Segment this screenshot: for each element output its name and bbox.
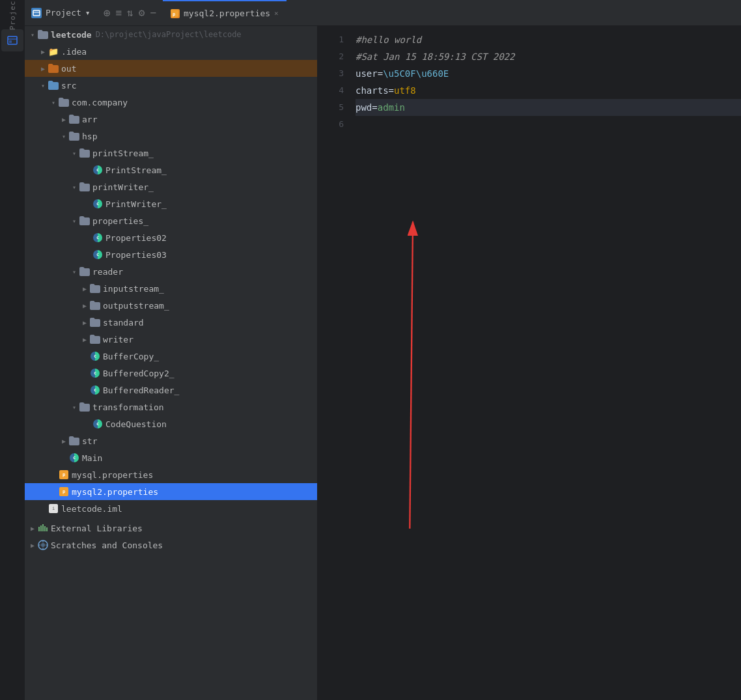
inputstream-folder-icon — [90, 283, 100, 294]
value-pwd: admin — [378, 102, 405, 113]
scratches-expand[interactable]: ▶ — [27, 542, 38, 549]
tree-item-outputstream[interactable]: ▶ outputstream_ — [25, 297, 317, 314]
out-expand-arrow[interactable]: ▶ — [38, 65, 48, 72]
idea-label: .idea — [61, 47, 87, 57]
tree-item-transformation[interactable]: ▾ transformation — [25, 399, 317, 415]
main-content: ▾ leetcode D:\project\javaProject\leetco… — [0, 26, 741, 700]
properties-expand[interactable]: ▾ — [69, 217, 79, 225]
iml-icon: i — [48, 503, 59, 514]
outputstream-expand[interactable]: ▶ — [79, 302, 90, 309]
expand-all-icon[interactable]: ⇅ — [127, 7, 133, 19]
idea-expand-arrow[interactable]: ▶ — [38, 48, 48, 55]
src-folder-icon — [48, 80, 59, 91]
printstream-class-label: PrintStream_ — [105, 165, 167, 175]
arr-expand[interactable]: ▶ — [59, 116, 69, 123]
properties-folder-icon — [79, 216, 90, 226]
tree-item-bufferedreader[interactable]: c BufferedReader_ — [25, 382, 317, 399]
titlebar: Project Project ▾ ⊕ ≡ ⇅ ⚙ − p mysql2.pro… — [0, 0, 741, 26]
mysql-props-icon: p — [59, 469, 69, 480]
transformation-expand[interactable]: ▾ — [69, 404, 79, 411]
writer-label: writer — [103, 335, 133, 344]
code-line-5: pwd=admin — [356, 99, 741, 116]
project-label: Project — [46, 8, 81, 18]
tree-item-bufferedcopy2[interactable]: c BufferedCopy2_ — [25, 365, 317, 382]
tree-item-out[interactable]: ▶ out — [25, 60, 317, 77]
writer-expand[interactable]: ▶ — [79, 336, 90, 343]
tree-item-printstream[interactable]: ▾ printStream_ — [25, 145, 317, 161]
printwriter-expand[interactable]: ▾ — [69, 184, 79, 191]
iml-label: leetcode.iml — [61, 504, 122, 514]
editor-content[interactable]: 1 2 3 4 5 6 #hello world #Sat Jan 15 18:… — [318, 26, 741, 700]
root-expand-arrow[interactable]: ▾ — [27, 31, 38, 38]
ext-lib-icon — [38, 523, 48, 533]
main-class-icon: c — [69, 453, 79, 463]
tree-item-str[interactable]: ▶ str — [25, 432, 317, 449]
tree-item-properties-folder[interactable]: ▾ properties_ — [25, 212, 317, 229]
tab-label: mysql2.properties — [184, 8, 270, 18]
value-charts: utf8 — [394, 85, 416, 96]
tree-item-properties03[interactable]: c Properties03 — [25, 246, 317, 263]
printstream-expand[interactable]: ▾ — [69, 150, 79, 157]
scratches-icon — [38, 540, 48, 550]
standard-expand[interactable]: ▶ — [79, 319, 90, 326]
src-expand-arrow[interactable]: ▾ — [38, 82, 48, 89]
reader-expand[interactable]: ▾ — [69, 268, 79, 275]
com-company-folder-icon — [59, 97, 69, 107]
tree-item-printstream-class[interactable]: c PrintStream_ — [25, 161, 317, 178]
tree-item-hsp[interactable]: ▾ hsp — [25, 128, 317, 145]
tree-item-printwriter-folder[interactable]: ▾ printWriter_ — [25, 178, 317, 195]
inputstream-expand[interactable]: ▶ — [79, 285, 90, 292]
printstream-folder-icon — [79, 148, 90, 158]
tree-root[interactable]: ▾ leetcode D:\project\javaProject\leetco… — [25, 26, 317, 43]
settings-icon[interactable]: ⚙ — [139, 7, 145, 19]
project-menu[interactable]: Project ▾ — [25, 0, 97, 25]
tree-item-buffercopy[interactable]: c BufferCopy_ — [25, 348, 317, 365]
printwriter-folder-icon — [79, 182, 90, 192]
tree-item-leetcode-iml[interactable]: i leetcode.iml — [25, 500, 317, 517]
tree-item-scratches[interactable]: ▶ Scratches and Consoles — [25, 537, 317, 553]
tree-item-reader[interactable]: ▾ reader — [25, 263, 317, 280]
svg-rect-0 — [33, 10, 40, 16]
tab-mysql2-properties[interactable]: p mysql2.properties × — [163, 0, 287, 25]
key-pwd: pwd= — [356, 102, 378, 113]
svg-rect-7 — [42, 524, 44, 531]
tree-item-inputstream[interactable]: ▶ inputstream_ — [25, 280, 317, 297]
tab-close-button[interactable]: × — [274, 9, 279, 18]
code-line-6 — [356, 116, 741, 133]
svg-rect-6 — [40, 525, 42, 531]
minimize-icon[interactable]: − — [150, 7, 156, 19]
tree-item-printwriter-class[interactable]: c PrintWriter_ — [25, 195, 317, 212]
tree-item-src[interactable]: ▾ src — [25, 77, 317, 94]
mysql-props-label: mysql.properties — [72, 470, 153, 480]
str-expand[interactable]: ▶ — [59, 438, 69, 445]
code-lines[interactable]: #hello world #Sat Jan 15 18:59:13 CST 20… — [350, 31, 741, 695]
add-content-icon[interactable]: ⊕ — [104, 6, 111, 20]
svg-rect-8 — [44, 526, 46, 531]
tree-item-mysql-props[interactable]: p mysql.properties — [25, 466, 317, 483]
svg-rect-3 — [8, 36, 17, 44]
inputstream-label: inputstream_ — [103, 284, 164, 294]
collapse-all-icon[interactable]: ≡ — [115, 7, 122, 19]
tree-item-external-libraries[interactable]: ▶ External Libraries — [25, 520, 317, 537]
printwriter-class-label: PrintWriter_ — [105, 199, 167, 209]
project-icon — [31, 8, 42, 18]
printwriter-class-icon: c — [92, 199, 103, 209]
hsp-label: hsp — [82, 132, 97, 141]
hsp-expand[interactable]: ▾ — [59, 133, 69, 140]
ext-lib-expand[interactable]: ▶ — [27, 525, 38, 532]
com-company-label: com.company — [72, 98, 128, 107]
tree-item-mysql2-props[interactable]: p mysql2.properties — [25, 483, 317, 500]
tree-item-writer[interactable]: ▶ writer — [25, 331, 317, 348]
tree-item-main[interactable]: c Main — [25, 449, 317, 466]
tree-item-codequestion[interactable]: c CodeQuestion — [25, 415, 317, 432]
tree-item-arr[interactable]: ▶ arr — [25, 111, 317, 128]
mysql2-props-label: mysql2.properties — [72, 487, 158, 497]
codequestion-label: CodeQuestion — [105, 419, 167, 429]
sidebar-project-button[interactable] — [1, 29, 23, 51]
standard-folder-icon — [90, 317, 100, 328]
tree-item-properties02[interactable]: c Properties02 — [25, 229, 317, 246]
com-company-expand[interactable]: ▾ — [48, 99, 59, 106]
tree-item-idea[interactable]: ▶ 📁 .idea — [25, 43, 317, 60]
tree-item-standard[interactable]: ▶ standard — [25, 314, 317, 331]
tree-item-com-company[interactable]: ▾ com.company — [25, 94, 317, 111]
